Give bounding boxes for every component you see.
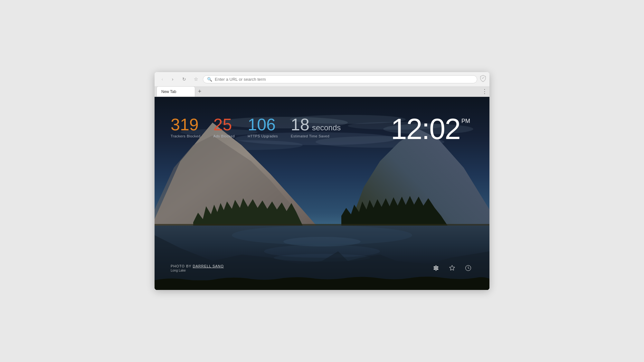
https-count: 106 [248, 116, 276, 133]
tab-menu-icon[interactable]: ⋮ [482, 88, 488, 95]
forward-button[interactable]: › [168, 75, 177, 84]
https-label: HTTPS Upgrades [248, 134, 278, 138]
browser-chrome: ‹ › ↻ ☆ 🔍 [155, 72, 489, 97]
time-label: Estimated Time Saved [291, 134, 329, 138]
bottom-icons [431, 264, 473, 274]
browser-window: ‹ › ↻ ☆ 🔍 [155, 72, 489, 290]
new-tab[interactable]: New Tab [156, 86, 195, 97]
history-icon [465, 265, 471, 273]
settings-icon [433, 265, 439, 273]
time-stat: 18 seconds Estimated Time Saved [291, 116, 341, 138]
search-icon: 🔍 [207, 77, 212, 82]
browser-toolbar: ‹ › ↻ ☆ 🔍 [155, 72, 489, 86]
tabs-bar: New Tab + ⋮ [155, 86, 489, 97]
back-icon: ‹ [162, 77, 163, 82]
back-button[interactable]: ‹ [158, 75, 167, 84]
new-tab-page: 319 Trackers Blocked 25 Ads Blocked 106 … [155, 97, 489, 290]
reload-button[interactable]: ↻ [180, 75, 189, 84]
customize-button[interactable] [447, 264, 457, 274]
clock-time: 12:02 [391, 115, 460, 144]
time-unit: seconds [312, 123, 341, 132]
photo-credit: PHOTO BY DARRELL SANO Long Lake [171, 264, 224, 272]
ads-count: 25 [213, 116, 232, 133]
reload-icon: ↻ [182, 77, 186, 82]
nav-buttons: ‹ › [158, 75, 177, 84]
ads-label: Ads Blocked [213, 134, 235, 138]
clock-ampm: PM [461, 118, 470, 125]
add-tab-button[interactable]: + [195, 87, 204, 96]
customize-icon [449, 265, 455, 273]
address-input[interactable] [215, 77, 473, 82]
bookmark-button[interactable]: ☆ [191, 75, 200, 84]
stats-overlay: 319 Trackers Blocked 25 Ads Blocked 106 … [171, 116, 341, 138]
svg-point-18 [232, 226, 412, 245]
trackers-stat: 319 Trackers Blocked [171, 116, 201, 138]
photo-credit-label: PHOTO BY DARRELL SANO [171, 264, 224, 268]
settings-button[interactable] [431, 264, 441, 274]
time-display: 18 seconds [291, 116, 341, 133]
history-button[interactable] [463, 264, 473, 274]
star-icon: ☆ [194, 76, 198, 82]
time-number: 18 [291, 116, 309, 133]
address-bar[interactable]: 🔍 [203, 75, 477, 83]
photo-location: Long Lake [171, 269, 224, 272]
forward-icon: › [172, 77, 174, 82]
clock-display: 12:02 PM [391, 115, 470, 144]
add-tab-icon: + [198, 88, 202, 95]
photographer-name[interactable]: DARRELL SANO [193, 264, 224, 268]
https-stat: 106 HTTPS Upgrades [248, 116, 278, 138]
brave-shield-icon [480, 75, 486, 83]
tab-title: New Tab [161, 89, 176, 94]
trackers-count: 319 [171, 116, 199, 133]
trackers-label: Trackers Blocked [171, 134, 201, 138]
ads-stat: 25 Ads Blocked [213, 116, 235, 138]
credit-prefix: PHOTO BY [171, 264, 191, 268]
